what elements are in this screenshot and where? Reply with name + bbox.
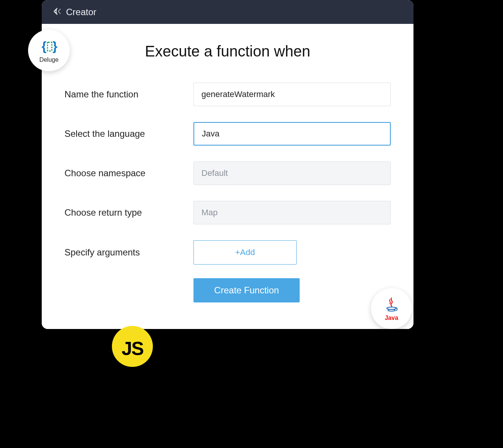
- js-badge-label: JS: [121, 338, 143, 360]
- language-select[interactable]: Java: [193, 122, 391, 146]
- label-arguments: Specify arguments: [64, 247, 193, 258]
- deluge-badge: { } Deluge: [28, 30, 70, 71]
- label-namespace: Choose namespace: [64, 168, 193, 179]
- submit-row: Create Function: [64, 278, 391, 302]
- page-title: Execute a function when: [64, 43, 391, 60]
- svg-point-4: [388, 309, 395, 311]
- row-return-type: Choose return type Map: [64, 201, 391, 224]
- create-function-button[interactable]: Create Function: [193, 278, 300, 302]
- app-window: Creator Execute a function when Name the…: [42, 0, 413, 329]
- row-function-name: Name the function: [64, 83, 391, 106]
- svg-text:}: }: [53, 39, 58, 53]
- java-icon: [382, 296, 401, 316]
- deluge-badge-label: Deluge: [39, 56, 59, 63]
- namespace-value: Default: [201, 168, 228, 178]
- svg-rect-1: [47, 42, 52, 51]
- svg-text:{: {: [42, 39, 47, 53]
- app-logo: Creator: [52, 6, 96, 18]
- function-name-input-wrap[interactable]: [193, 83, 391, 106]
- row-arguments: Specify arguments +Add: [64, 240, 391, 265]
- label-language: Select the language: [64, 128, 193, 139]
- deluge-icon: { }: [40, 38, 58, 56]
- function-name-input[interactable]: [201, 89, 383, 99]
- app-title: Creator: [66, 7, 96, 17]
- label-function-name: Name the function: [64, 89, 193, 100]
- add-argument-label: +Add: [235, 247, 255, 257]
- add-argument-button[interactable]: +Add: [193, 240, 297, 265]
- language-select-value: Java: [202, 129, 219, 139]
- titlebar: Creator: [42, 0, 413, 24]
- java-badge-label: Java: [385, 315, 398, 321]
- namespace-select[interactable]: Default: [193, 161, 391, 185]
- label-return-type: Choose return type: [64, 207, 193, 218]
- form-panel: Execute a function when Name the functio…: [42, 24, 413, 329]
- row-namespace: Choose namespace Default: [64, 161, 391, 185]
- js-badge: JS: [112, 326, 153, 367]
- row-language: Select the language Java: [64, 122, 391, 146]
- return-type-value: Map: [201, 208, 218, 218]
- creator-icon: [52, 6, 62, 18]
- js-icon: JS: [112, 326, 153, 367]
- return-type-select[interactable]: Map: [193, 201, 391, 224]
- create-function-label: Create Function: [214, 285, 279, 296]
- java-badge: Java: [371, 288, 412, 329]
